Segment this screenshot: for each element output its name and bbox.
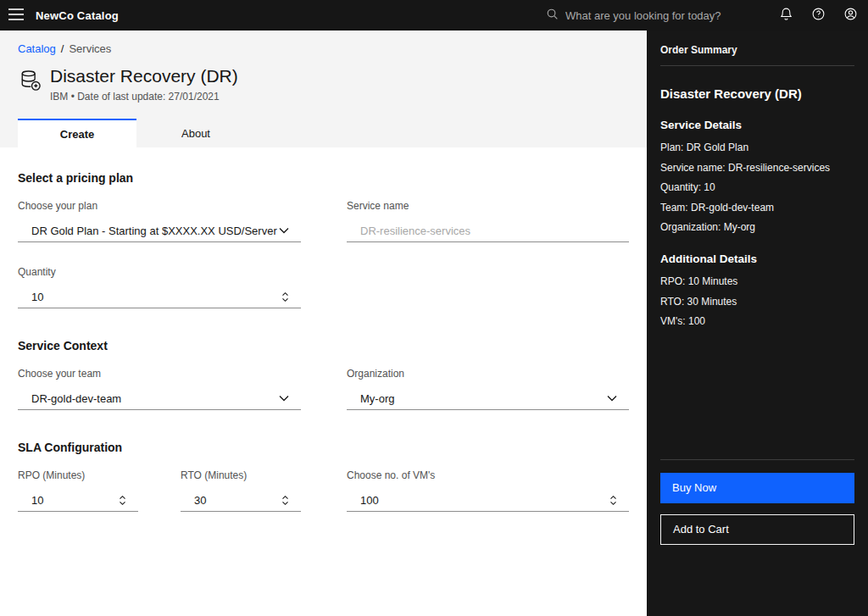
team-dropdown-value: DR-gold-dev-team — [31, 392, 121, 405]
rpo-input[interactable] — [31, 494, 119, 507]
hamburger-menu-button[interactable] — [0, 0, 32, 31]
plan-dropdown-value: DR Gold Plan - Starting at $XXXX.XX USD/… — [31, 225, 277, 237]
top-bar: NewCo Catalog — [0, 0, 868, 31]
topbar-actions — [770, 0, 866, 31]
rto-field-wrap — [181, 489, 301, 512]
app-title: NewCo Catalog — [36, 9, 119, 22]
additional-details-heading: Additional Details — [660, 253, 854, 265]
quantity-stepper[interactable] — [281, 291, 289, 302]
breadcrumb-separator: / — [61, 42, 64, 55]
organization-dropdown[interactable]: My-org — [347, 387, 629, 410]
summary-detail-rpo: RPO: 10 Minutes — [660, 275, 854, 289]
vm-count-input[interactable] — [360, 494, 609, 507]
add-to-cart-button[interactable]: Add to Cart — [660, 514, 854, 545]
vm-count-stepper[interactable] — [609, 495, 617, 506]
global-search[interactable] — [546, 8, 760, 24]
summary-detail-team: Team: DR-gold-dev-team — [660, 202, 854, 215]
help-icon — [811, 7, 826, 24]
service-details-heading: Service Details — [660, 119, 854, 131]
rto-input[interactable] — [194, 494, 281, 507]
create-form: Select a pricing plan Choose your plan D… — [0, 147, 647, 616]
rto-stepper[interactable] — [281, 495, 289, 506]
summary-product-title: Disaster Recovery (DR) — [660, 86, 854, 101]
service-name-input[interactable] — [360, 225, 617, 237]
page-subtitle: IBM • Date of last update: 27/01/2021 — [50, 91, 238, 103]
summary-detail-quantity: Quantity: 10 — [660, 181, 854, 195]
sla-section-heading: SLA Configuration — [18, 441, 629, 454]
summary-detail-plan: Plan: DR Gold Plan — [660, 142, 854, 155]
vm-count-field-wrap — [347, 489, 629, 512]
team-dropdown[interactable]: DR-gold-dev-team — [18, 387, 301, 410]
quantity-field-wrap — [18, 286, 301, 308]
rpo-field-wrap — [18, 489, 138, 512]
breadcrumb-services: Services — [69, 42, 111, 55]
context-section-heading: Service Context — [18, 339, 629, 352]
rpo-label: RPO (Minutes) — [18, 469, 138, 481]
notifications-button[interactable] — [770, 0, 802, 31]
plan-label: Choose your plan — [18, 200, 301, 212]
breadcrumb: Catalog/Services — [0, 42, 647, 55]
hamburger-icon — [8, 8, 24, 23]
plan-dropdown[interactable]: DR Gold Plan - Starting at $XXXX.XX USD/… — [18, 219, 301, 242]
bell-icon — [779, 7, 793, 24]
rpo-stepper[interactable] — [119, 495, 126, 506]
summary-detail-vms: VM's: 100 — [660, 315, 854, 329]
chevron-down-icon — [279, 395, 289, 402]
team-label: Choose your team — [18, 368, 301, 380]
breadcrumb-catalog-link[interactable]: Catalog — [18, 42, 56, 55]
organization-dropdown-value: My-org — [360, 392, 394, 405]
summary-divider — [660, 65, 854, 66]
quantity-input[interactable] — [31, 291, 281, 303]
service-name-label: Service name — [347, 200, 629, 212]
chevron-down-icon — [607, 395, 617, 402]
pricing-section-heading: Select a pricing plan — [18, 171, 629, 185]
summary-detail-rto: RTO: 30 Minutes — [660, 296, 854, 309]
summary-detail-service-name: Service name: DR-resilience-services — [660, 162, 854, 175]
page-title: Disaster Recovery (DR) — [50, 66, 238, 86]
order-summary-panel: Order Summary Disaster Recovery (DR) Ser… — [647, 31, 868, 616]
organization-label: Organization — [347, 368, 629, 380]
tab-create[interactable]: Create — [18, 119, 136, 147]
actions-divider — [660, 459, 854, 460]
summary-detail-organization: Organization: My-org — [660, 221, 854, 235]
tab-about[interactable]: About — [136, 119, 255, 147]
buy-now-button[interactable]: Buy Now — [660, 473, 854, 503]
quantity-label: Quantity — [18, 266, 301, 278]
rto-label: RTO (Minutes) — [181, 469, 301, 481]
service-name-field-wrap — [347, 219, 629, 242]
tab-bar: Create About — [0, 119, 647, 147]
vm-count-label: Choose no. of VM's — [347, 469, 629, 481]
order-summary-heading: Order Summary — [660, 44, 854, 56]
database-icon — [18, 68, 42, 96]
page-header: Catalog/Services Disaster Recovery (DR) … — [0, 31, 647, 147]
chevron-down-icon — [279, 227, 289, 234]
user-icon — [843, 7, 858, 24]
help-button[interactable] — [802, 0, 834, 31]
search-input[interactable] — [565, 9, 760, 22]
search-icon — [546, 8, 559, 24]
main-content: Catalog/Services Disaster Recovery (DR) … — [0, 31, 647, 616]
user-account-button[interactable] — [834, 0, 866, 31]
